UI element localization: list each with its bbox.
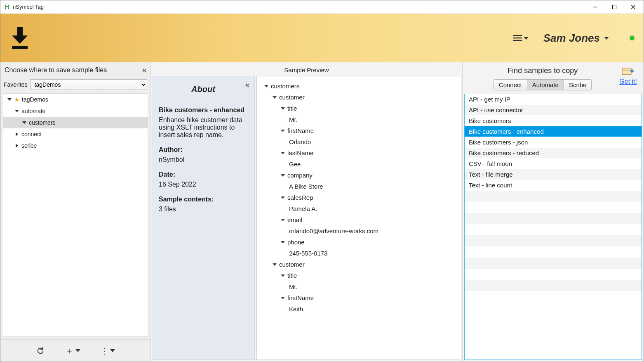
data-value: Pamela A. xyxy=(260,203,458,214)
expand-icon[interactable] xyxy=(281,174,285,177)
status-indicator xyxy=(630,35,635,40)
category-tab[interactable]: Automate xyxy=(527,80,564,90)
expand-icon[interactable] xyxy=(281,241,285,244)
expand-icon[interactable] xyxy=(281,274,285,277)
getit-link[interactable]: Get it! xyxy=(619,78,637,85)
menu-dropdown[interactable] xyxy=(512,34,529,42)
expand-icon[interactable] xyxy=(281,219,285,221)
content-area: Choose where to save sample files « Favo… xyxy=(0,62,644,362)
close-button[interactable] xyxy=(624,0,643,14)
expand-icon[interactable] xyxy=(281,130,285,132)
data-node[interactable]: title xyxy=(260,103,458,114)
data-label: email xyxy=(287,214,302,225)
about-heading: About xyxy=(159,85,248,94)
expand-icon[interactable] xyxy=(264,85,268,88)
empty-row xyxy=(465,213,642,224)
contents-label: Sample contents: xyxy=(159,196,248,203)
data-label: orlando0@adventure-works.com xyxy=(289,225,378,237)
svg-point-1 xyxy=(8,5,9,6)
data-node[interactable]: customers xyxy=(260,80,458,92)
data-label: phone xyxy=(287,237,305,248)
contents-value: 3 files xyxy=(159,206,248,213)
tree-item[interactable]: ★tagDemos xyxy=(3,94,148,105)
folder-tree[interactable]: ★tagDemosautomatecustomersconnectscribe xyxy=(3,93,148,337)
data-label: title xyxy=(287,270,297,281)
sample-item[interactable]: Text - line count xyxy=(465,180,642,191)
sample-item[interactable]: Bike customers - enhanced xyxy=(465,126,642,137)
chevron-down-icon xyxy=(110,349,115,352)
tree-item-label: automate xyxy=(21,108,45,114)
about-pane: « About Bike customers - enhanced Enhanc… xyxy=(152,76,255,360)
sample-item[interactable]: Bike customers - json xyxy=(465,137,642,148)
tree-item-label: tagDemos xyxy=(22,96,48,103)
collapse-left-icon[interactable]: « xyxy=(142,66,146,74)
sample-item[interactable]: API - use connector xyxy=(465,105,642,116)
category-tab[interactable]: Scribe xyxy=(564,80,592,90)
data-node[interactable]: firstName xyxy=(260,292,458,303)
refresh-button[interactable] xyxy=(36,346,45,355)
data-value: A Bike Store xyxy=(260,181,458,192)
empty-row xyxy=(465,235,642,246)
expand-icon[interactable] xyxy=(16,132,18,136)
window-controls xyxy=(586,0,643,14)
sample-item[interactable]: CSV - full moon xyxy=(465,159,642,169)
expand-icon[interactable] xyxy=(281,196,285,199)
favorites-select[interactable]: tagDemos xyxy=(30,79,147,90)
sample-item[interactable]: Text - file merge xyxy=(465,169,642,180)
app-icon xyxy=(4,4,10,10)
expand-icon[interactable] xyxy=(7,98,12,101)
samples-title: Find samples to copy xyxy=(508,66,578,75)
category-tab[interactable]: Connect xyxy=(494,80,527,90)
data-node[interactable]: salesRep xyxy=(260,192,458,203)
tree-item[interactable]: customers xyxy=(3,117,148,128)
svg-point-2 xyxy=(5,8,6,9)
data-node[interactable]: lastName xyxy=(260,147,458,159)
star-icon: ★ xyxy=(14,96,19,103)
expand-icon[interactable] xyxy=(22,121,26,124)
user-menu[interactable]: Sam Jones xyxy=(543,32,635,45)
data-node[interactable]: company xyxy=(260,170,458,181)
author-value: nSymbol xyxy=(159,156,248,163)
tree-item-label: connect xyxy=(21,131,42,137)
empty-row xyxy=(465,280,642,291)
left-panel-title: Choose where to save sample files xyxy=(5,66,107,74)
sample-list[interactable]: API - get my IPAPI - use connectorBike c… xyxy=(464,94,642,360)
minimize-button[interactable] xyxy=(586,0,605,14)
sample-item[interactable]: API - get my IP xyxy=(465,94,642,105)
data-label: 245-555-0173 xyxy=(289,248,327,259)
collapse-about-icon[interactable]: « xyxy=(245,80,249,89)
add-button[interactable]: ＋ xyxy=(65,345,80,357)
tree-item[interactable]: connect xyxy=(3,128,148,140)
left-panel-footer: ＋ ⋮ xyxy=(0,339,150,362)
right-panel-header: Find samples to copy ConnectAutomateScri… xyxy=(463,62,644,94)
data-node[interactable]: customer xyxy=(260,259,458,270)
chevron-down-icon xyxy=(75,349,80,352)
expand-icon[interactable] xyxy=(16,144,18,148)
expand-icon[interactable] xyxy=(15,110,19,112)
expand-icon[interactable] xyxy=(281,297,285,299)
data-node[interactable]: firstName xyxy=(260,125,458,136)
sample-item[interactable]: Bike customers - reduced xyxy=(465,148,642,159)
data-label: Gee xyxy=(289,159,301,170)
data-label: firstName xyxy=(287,292,314,303)
data-node[interactable]: customer xyxy=(260,92,458,103)
more-button[interactable]: ⋮ xyxy=(100,346,115,356)
sample-item[interactable]: Bike customers xyxy=(465,116,642,126)
svg-point-3 xyxy=(8,8,9,9)
data-label: salesRep xyxy=(287,192,313,203)
expand-icon[interactable] xyxy=(281,152,285,154)
tree-item[interactable]: automate xyxy=(3,105,148,117)
data-value: Mr. xyxy=(260,114,458,125)
expand-icon[interactable] xyxy=(281,107,285,110)
data-tree[interactable]: customerscustomertitleMr.firstNameOrland… xyxy=(256,76,461,360)
expand-icon[interactable] xyxy=(273,263,277,266)
data-node[interactable]: phone xyxy=(260,237,458,248)
expand-icon[interactable] xyxy=(273,96,277,99)
maximize-button[interactable] xyxy=(605,0,624,14)
data-node[interactable]: title xyxy=(260,270,458,281)
date-label: Date: xyxy=(159,171,248,178)
data-node[interactable]: email xyxy=(260,214,458,225)
right-panel: Find samples to copy ConnectAutomateScri… xyxy=(462,62,644,362)
tree-item[interactable]: scribe xyxy=(3,140,148,151)
titlebar: nSymbol Tag xyxy=(0,0,644,14)
